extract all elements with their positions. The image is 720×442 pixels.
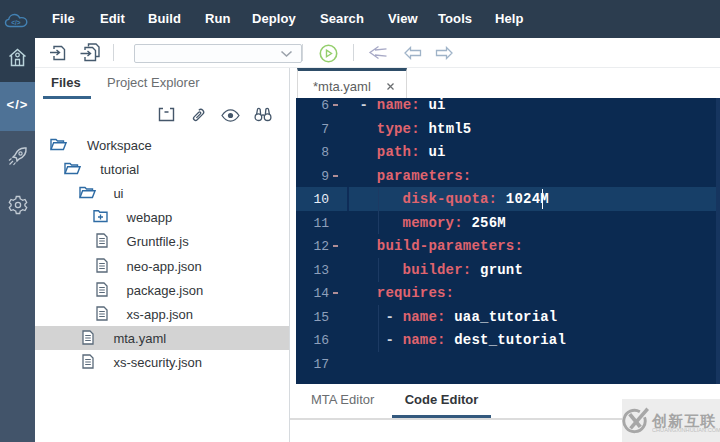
svg-text:</>: </> (11, 19, 21, 26)
